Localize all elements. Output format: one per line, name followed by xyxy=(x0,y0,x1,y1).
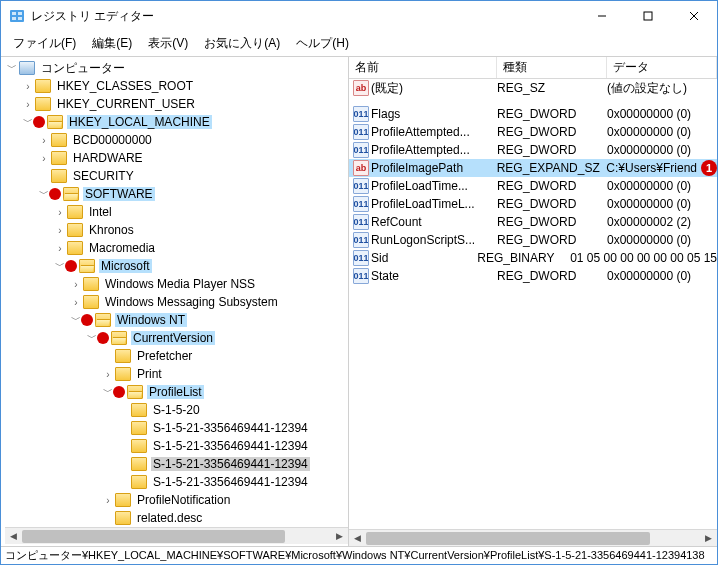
tree-row-khronos[interactable]: ›Khronos xyxy=(5,221,349,239)
scroll-left-icon[interactable]: ◀ xyxy=(5,528,22,545)
collapse-icon[interactable]: ﹀ xyxy=(5,61,19,75)
menu-favorites[interactable]: お気に入り(A) xyxy=(198,33,286,54)
folder-open-icon xyxy=(47,115,63,129)
value-data: 0x00000000 (0) xyxy=(607,125,717,139)
tree-row-hkcu[interactable]: › HKEY_CURRENT_USER xyxy=(5,95,349,113)
list-row[interactable]: 011RunLogonScriptS...REG_DWORD0x00000000… xyxy=(349,231,717,249)
tree-row-macromedia[interactable]: ›Macromedia xyxy=(5,239,349,257)
folder-open-icon xyxy=(79,259,95,273)
tree-row-microsoft[interactable]: ﹀Microsoft xyxy=(5,257,349,275)
string-value-icon: ab xyxy=(353,160,369,176)
col-header-type[interactable]: 種類 xyxy=(497,57,607,78)
tree-row-related[interactable]: related.desc xyxy=(5,509,349,527)
tree-row-curver[interactable]: ﹀CurrentVersion xyxy=(5,329,349,347)
folder-icon xyxy=(131,439,147,453)
list-row[interactable]: 011FlagsREG_DWORD0x00000000 (0) xyxy=(349,105,717,123)
tree-label: HARDWARE xyxy=(71,151,145,165)
binary-value-icon: 011 xyxy=(353,124,369,140)
expand-icon[interactable]: › xyxy=(53,207,67,218)
list-row[interactable]: 011RefCountREG_DWORD0x00000002 (2) xyxy=(349,213,717,231)
list-row[interactable]: 011ProfileAttempted...REG_DWORD0x0000000… xyxy=(349,123,717,141)
expand-icon[interactable]: › xyxy=(21,99,35,110)
tree-row-winnt[interactable]: ﹀Windows NT xyxy=(5,311,349,329)
list-row[interactable]: 011SidREG_BINARY01 05 00 00 00 00 00 05 … xyxy=(349,249,717,267)
expand-icon[interactable]: › xyxy=(37,135,51,146)
tree-label: HKEY_LOCAL_MACHINE xyxy=(67,115,212,129)
menu-edit[interactable]: 編集(E) xyxy=(86,33,138,54)
tree-row-sid[interactable]: S-1-5-21-3356469441-12394 xyxy=(5,437,349,455)
menu-help[interactable]: ヘルプ(H) xyxy=(290,33,355,54)
folder-icon xyxy=(51,151,67,165)
marker-icon xyxy=(33,116,45,128)
tree-row-profnotif[interactable]: ›ProfileNotification xyxy=(5,491,349,509)
expand-icon[interactable]: › xyxy=(101,495,115,506)
tree-label: SECURITY xyxy=(71,169,136,183)
tree-hscrollbar[interactable]: ◀ ▶ xyxy=(5,527,348,544)
list-header: 名前 種類 データ xyxy=(349,57,717,79)
folder-icon xyxy=(67,205,83,219)
menubar: ファイル(F) 編集(E) 表示(V) お気に入り(A) ヘルプ(H) xyxy=(1,31,717,56)
list-row[interactable]: 011ProfileLoadTime...REG_DWORD0x00000000… xyxy=(349,177,717,195)
scroll-right-icon[interactable]: ▶ xyxy=(331,528,348,545)
expand-icon[interactable]: › xyxy=(101,369,115,380)
expand-icon[interactable]: › xyxy=(53,225,67,236)
marker-icon xyxy=(113,386,125,398)
list-row[interactable]: 011StateREG_DWORD0x00000000 (0) xyxy=(349,267,717,285)
expand-icon[interactable]: › xyxy=(21,81,35,92)
value-type: REG_DWORD xyxy=(497,179,607,193)
expand-icon[interactable]: › xyxy=(53,243,67,254)
tree-row-hkcr[interactable]: › HKEY_CLASSES_ROOT xyxy=(5,77,349,95)
menu-file[interactable]: ファイル(F) xyxy=(7,33,82,54)
tree-row-hardware[interactable]: ›HARDWARE xyxy=(5,149,349,167)
tree-row-software[interactable]: ﹀SOFTWARE xyxy=(5,185,349,203)
value-data: 01 05 00 00 00 00 00 05 15 xyxy=(570,251,717,265)
folder-icon xyxy=(115,493,131,507)
maximize-button[interactable] xyxy=(625,1,671,31)
tree-row-sid[interactable]: S-1-5-21-3356469441-12394 xyxy=(5,419,349,437)
tree-row-hklm[interactable]: ﹀ HKEY_LOCAL_MACHINE xyxy=(5,113,349,131)
value-type: REG_EXPAND_SZ xyxy=(497,161,607,175)
tree-row-prefetcher[interactable]: Prefetcher xyxy=(5,347,349,365)
expand-icon[interactable]: › xyxy=(69,297,83,308)
annotation-badge: 1 xyxy=(701,160,717,176)
tree-row-wmp[interactable]: ›Windows Media Player NSS xyxy=(5,275,349,293)
tree-row-print[interactable]: ›Print xyxy=(5,365,349,383)
col-header-name[interactable]: 名前 xyxy=(349,57,497,78)
close-icon xyxy=(689,11,699,21)
tree-row-sid[interactable]: S-1-5-20 xyxy=(5,401,349,419)
list-row[interactable]: 011ProfileLoadTimeL...REG_DWORD0x0000000… xyxy=(349,195,717,213)
minimize-button[interactable] xyxy=(579,1,625,31)
tree-pane[interactable]: ﹀ コンピューター › HKEY_CLASSES_ROOT › HKEY_CUR… xyxy=(1,57,349,546)
expand-icon[interactable]: › xyxy=(69,279,83,290)
scroll-right-icon[interactable]: ▶ xyxy=(700,530,717,547)
list-hscrollbar[interactable]: ◀ ▶ xyxy=(349,529,717,546)
close-button[interactable] xyxy=(671,1,717,31)
tree-row-computer[interactable]: ﹀ コンピューター xyxy=(5,59,349,77)
tree-row-wms[interactable]: ›Windows Messaging Subsystem xyxy=(5,293,349,311)
value-name: RefCount xyxy=(371,215,497,229)
tree-row-bcd[interactable]: ›BCD00000000 xyxy=(5,131,349,149)
titlebar: レジストリ エディター xyxy=(1,1,717,31)
tree-row-intel[interactable]: ›Intel xyxy=(5,203,349,221)
value-data: 0x00000002 (2) xyxy=(607,215,717,229)
values-pane[interactable]: 名前 種類 データ ab(既定)REG_SZ(値の設定なし)011FlagsRE… xyxy=(349,57,717,546)
value-data: 0x00000000 (0) xyxy=(607,143,717,157)
tree-label: ProfileNotification xyxy=(135,493,232,507)
svg-rect-6 xyxy=(644,12,652,20)
tree-row-profilelist[interactable]: ﹀ProfileList xyxy=(5,383,349,401)
binary-value-icon: 011 xyxy=(353,250,369,266)
tree-row-sid-selected[interactable]: S-1-5-21-3356469441-12394 xyxy=(5,455,349,473)
tree-row-sid[interactable]: S-1-5-21-3356469441-12394 xyxy=(5,473,349,491)
string-value-icon: ab xyxy=(353,80,369,96)
menu-view[interactable]: 表示(V) xyxy=(142,33,194,54)
tree-row-security[interactable]: SECURITY xyxy=(5,167,349,185)
list-row[interactable]: 011ProfileAttempted...REG_DWORD0x0000000… xyxy=(349,141,717,159)
folder-icon xyxy=(115,511,131,525)
tree-label: S-1-5-21-3356469441-12394 xyxy=(151,439,310,453)
scroll-left-icon[interactable]: ◀ xyxy=(349,530,366,547)
value-type: REG_DWORD xyxy=(497,269,607,283)
expand-icon[interactable]: › xyxy=(37,153,51,164)
list-row[interactable]: abProfileImagePathREG_EXPAND_SZC:¥Users¥… xyxy=(349,159,717,177)
list-row[interactable]: ab(既定)REG_SZ(値の設定なし) xyxy=(349,79,717,97)
col-header-data[interactable]: データ xyxy=(607,57,717,78)
